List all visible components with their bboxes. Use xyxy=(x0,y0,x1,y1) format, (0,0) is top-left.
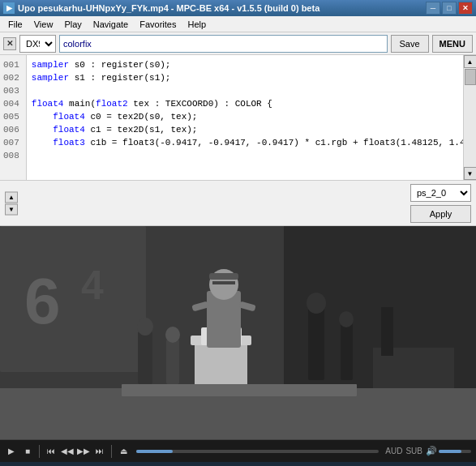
save-button[interactable]: Save xyxy=(391,35,429,53)
code-editor: 001 002 003 004 005 006 007 008 sampler … xyxy=(0,55,476,181)
ctrl-separator-1 xyxy=(39,445,40,458)
volume-bar[interactable] xyxy=(439,450,471,453)
menu-help[interactable]: Help xyxy=(182,17,211,32)
nav-arrows: ▲ ▼ xyxy=(5,191,18,215)
scroll-up-arrow[interactable]: ▲ xyxy=(464,55,477,68)
nav-down-arrow[interactable]: ▼ xyxy=(5,203,18,215)
audio-label[interactable]: AUD xyxy=(385,447,402,455)
svg-rect-25 xyxy=(381,307,393,356)
menu-navigate[interactable]: Navigate xyxy=(88,17,133,32)
svg-text:6: 6 xyxy=(24,265,61,337)
code-scrollbar[interactable]: ▲ ▼ xyxy=(463,55,476,180)
sub-label[interactable]: SUB xyxy=(405,447,422,455)
progress-fill xyxy=(136,450,173,453)
svg-rect-8 xyxy=(341,323,353,380)
code-line-1: sampler s0 : register(s0); xyxy=(32,58,458,71)
volume-area: 🔊 xyxy=(426,446,471,456)
svg-point-9 xyxy=(339,311,354,327)
shader-controls-inner: ps_2_0 ps_3_0 vs_2_0 vs_3_0 Apply xyxy=(410,184,471,223)
code-line-2: sampler s1 : register(s1); xyxy=(32,71,458,84)
minimize-button[interactable]: ─ xyxy=(426,2,440,15)
menu-favorites[interactable]: Favorites xyxy=(135,17,181,32)
line-numbers: 001 002 003 004 005 006 007 008 xyxy=(0,55,27,180)
code-line-5: float4 c0 = tex2D(s0, tex); xyxy=(32,110,458,123)
code-line-7: float3 c1b = float3(-0.9417, -0.9417, -0… xyxy=(32,136,458,149)
svg-rect-15 xyxy=(212,281,235,284)
svg-rect-2 xyxy=(0,226,146,372)
line-num-6: 006 xyxy=(3,123,23,136)
app-icon-symbol: ▶ xyxy=(6,4,12,12)
title-bar: ▶ Upo pesukarhu-UHNpxYy_FYk.mp4 - MPC-BE… xyxy=(0,0,476,16)
svg-text:4: 4 xyxy=(81,263,104,308)
line-num-3: 003 xyxy=(3,84,23,97)
scene-svg: 6 4 xyxy=(0,226,476,439)
eject-button[interactable]: ⏏ xyxy=(117,445,130,458)
menu-view[interactable]: View xyxy=(29,17,58,32)
progress-bar[interactable] xyxy=(136,450,379,453)
line-num-4: 004 xyxy=(3,97,23,110)
dx-version-select[interactable]: DX9 DX11 xyxy=(19,35,56,53)
ctrl-separator-2 xyxy=(111,445,112,458)
nav-up-arrow[interactable]: ▲ xyxy=(5,191,18,203)
menu-play[interactable]: Play xyxy=(59,17,86,32)
shader-toolbar: ✕ DX9 DX11 Save MENU xyxy=(0,32,476,55)
volume-fill xyxy=(439,450,461,453)
controls-bar: ▶ ■ ⏮ ◀◀ ▶▶ ⏭ ⏏ AUD SUB 🔊 xyxy=(0,439,476,462)
svg-rect-19 xyxy=(138,331,152,384)
status-bar: Paused [DXVA2] 00:00:09 / 00:01:00 ≡ xyxy=(0,462,476,466)
line-num-1: 001 xyxy=(3,58,23,71)
step-back-button[interactable]: ◀◀ xyxy=(61,445,74,458)
menu-file[interactable]: File xyxy=(3,17,28,32)
line-num-2: 002 xyxy=(3,71,23,84)
svg-rect-21 xyxy=(166,340,179,384)
scroll-thumb[interactable] xyxy=(465,69,476,85)
code-line-8 xyxy=(32,149,458,162)
step-forward-button[interactable]: ▶▶ xyxy=(77,445,90,458)
window-title: Upo pesukarhu-UHNpxYy_FYk.mp4 - MPC-BE x… xyxy=(18,3,319,13)
shader-controls: ▲ ▼ ps_2_0 ps_3_0 vs_2_0 vs_3_0 Apply xyxy=(0,181,476,226)
line-num-7: 007 xyxy=(3,136,23,149)
line-num-8: 008 xyxy=(3,149,23,162)
volume-icon[interactable]: 🔊 xyxy=(426,446,437,456)
play-button[interactable]: ▶ xyxy=(5,445,18,458)
svg-rect-16 xyxy=(209,273,238,280)
ps-version-select[interactable]: ps_2_0 ps_3_0 vs_2_0 vs_3_0 xyxy=(410,184,471,202)
rewind-button[interactable]: ⏮ xyxy=(45,445,58,458)
code-line-3 xyxy=(32,84,458,97)
maximize-button[interactable]: □ xyxy=(442,2,457,15)
svg-point-20 xyxy=(137,318,153,336)
code-line-6: float4 c1 = tex2D(s1, tex); xyxy=(32,123,458,136)
svg-rect-6 xyxy=(308,307,324,380)
svg-point-7 xyxy=(307,293,326,314)
code-line-4: float4 main(float2 tex : TEXCOORD0) : CO… xyxy=(32,97,458,110)
line-num-5: 005 xyxy=(3,110,23,123)
scroll-track[interactable] xyxy=(464,68,477,167)
svg-rect-23 xyxy=(122,384,357,396)
fast-forward-button[interactable]: ⏭ xyxy=(93,445,106,458)
menu-button[interactable]: MENU xyxy=(432,35,473,53)
menu-bar: File View Play Navigate Favorites Help xyxy=(0,16,476,32)
apply-button[interactable]: Apply xyxy=(410,205,471,223)
stop-button[interactable]: ■ xyxy=(21,445,34,458)
shader-close-button[interactable]: ✕ xyxy=(3,37,16,50)
video-area: 6 4 xyxy=(0,226,476,439)
app-icon: ▶ xyxy=(3,2,15,14)
svg-point-22 xyxy=(165,327,180,343)
close-button[interactable]: ✕ xyxy=(458,2,473,15)
video-frame: 6 4 xyxy=(0,226,476,439)
shader-name-input[interactable] xyxy=(59,35,388,53)
code-content[interactable]: sampler s0 : register(s0); sampler s1 : … xyxy=(27,55,463,180)
scroll-down-arrow[interactable]: ▼ xyxy=(464,167,477,180)
window-controls: ─ □ ✕ xyxy=(426,2,473,15)
